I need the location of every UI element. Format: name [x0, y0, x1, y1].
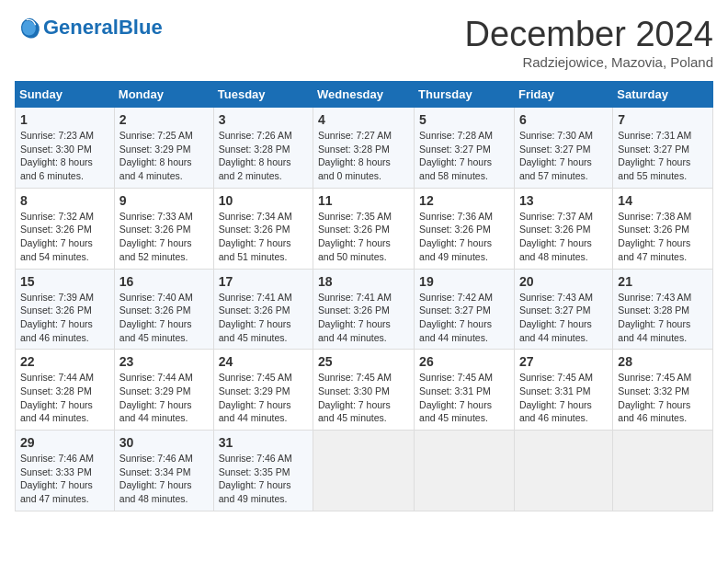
col-thursday: Thursday: [415, 82, 515, 108]
calendar-cell: 3Sunrise: 7:26 AMSunset: 3:28 PMDaylight…: [213, 108, 313, 189]
calendar-cell: 2Sunrise: 7:25 AMSunset: 3:29 PMDaylight…: [114, 108, 213, 189]
calendar-week-3: 15Sunrise: 7:39 AMSunset: 3:26 PMDayligh…: [16, 269, 713, 350]
calendar-cell: [514, 431, 612, 511]
title-block: December 2024 Radziejowice, Mazovia, Pol…: [465, 15, 713, 70]
calendar-cell: 11Sunrise: 7:35 AMSunset: 3:26 PMDayligh…: [313, 188, 415, 269]
calendar-cell: 1Sunrise: 7:23 AMSunset: 3:30 PMDaylight…: [16, 108, 115, 189]
calendar-cell: [613, 431, 713, 511]
col-tuesday: Tuesday: [213, 82, 313, 108]
calendar-cell: 31Sunrise: 7:46 AMSunset: 3:35 PMDayligh…: [213, 431, 313, 511]
calendar-cell: 5Sunrise: 7:28 AMSunset: 3:27 PMDaylight…: [415, 108, 515, 189]
col-wednesday: Wednesday: [313, 82, 415, 108]
calendar-cell: 29Sunrise: 7:46 AMSunset: 3:33 PMDayligh…: [16, 431, 115, 511]
calendar-cell: 17Sunrise: 7:41 AMSunset: 3:26 PMDayligh…: [213, 269, 313, 350]
calendar-cell: 10Sunrise: 7:34 AMSunset: 3:26 PMDayligh…: [213, 188, 313, 269]
col-friday: Friday: [514, 82, 612, 108]
header-row: Sunday Monday Tuesday Wednesday Thursday…: [16, 82, 713, 108]
calendar-cell: 19Sunrise: 7:42 AMSunset: 3:27 PMDayligh…: [415, 269, 515, 350]
calendar-cell: 9Sunrise: 7:33 AMSunset: 3:26 PMDaylight…: [114, 188, 213, 269]
calendar-cell: 8Sunrise: 7:32 AMSunset: 3:26 PMDaylight…: [16, 188, 115, 269]
calendar-table: Sunday Monday Tuesday Wednesday Thursday…: [15, 81, 713, 511]
calendar-cell: 21Sunrise: 7:43 AMSunset: 3:28 PMDayligh…: [613, 269, 713, 350]
calendar-cell: 7Sunrise: 7:31 AMSunset: 3:27 PMDaylight…: [613, 108, 713, 189]
month-title: December 2024: [465, 15, 713, 54]
calendar-cell: 16Sunrise: 7:40 AMSunset: 3:26 PMDayligh…: [114, 269, 213, 350]
logo-text: GeneralBlue: [43, 17, 163, 39]
calendar-cell: 6Sunrise: 7:30 AMSunset: 3:27 PMDaylight…: [514, 108, 612, 189]
calendar-cell: 20Sunrise: 7:43 AMSunset: 3:27 PMDayligh…: [514, 269, 612, 350]
calendar-cell: 23Sunrise: 7:44 AMSunset: 3:29 PMDayligh…: [114, 350, 213, 431]
calendar-cell: 15Sunrise: 7:39 AMSunset: 3:26 PMDayligh…: [16, 269, 115, 350]
col-sunday: Sunday: [16, 82, 115, 108]
page-header: GeneralBlue December 2024 Radziejowice, …: [15, 15, 713, 70]
calendar-cell: 22Sunrise: 7:44 AMSunset: 3:28 PMDayligh…: [16, 350, 115, 431]
calendar-week-1: 1Sunrise: 7:23 AMSunset: 3:30 PMDaylight…: [16, 108, 713, 189]
calendar-week-4: 22Sunrise: 7:44 AMSunset: 3:28 PMDayligh…: [16, 350, 713, 431]
calendar-cell: 4Sunrise: 7:27 AMSunset: 3:28 PMDaylight…: [313, 108, 415, 189]
calendar-cell: 28Sunrise: 7:45 AMSunset: 3:32 PMDayligh…: [613, 350, 713, 431]
calendar-cell: [415, 431, 515, 511]
calendar-cell: 12Sunrise: 7:36 AMSunset: 3:26 PMDayligh…: [415, 188, 515, 269]
calendar-week-5: 29Sunrise: 7:46 AMSunset: 3:33 PMDayligh…: [16, 431, 713, 511]
calendar-cell: 25Sunrise: 7:45 AMSunset: 3:30 PMDayligh…: [313, 350, 415, 431]
col-monday: Monday: [114, 82, 213, 108]
calendar-cell: 13Sunrise: 7:37 AMSunset: 3:26 PMDayligh…: [514, 188, 612, 269]
calendar-cell: 27Sunrise: 7:45 AMSunset: 3:31 PMDayligh…: [514, 350, 612, 431]
location: Radziejowice, Mazovia, Poland: [465, 54, 713, 70]
calendar-cell: 14Sunrise: 7:38 AMSunset: 3:26 PMDayligh…: [613, 188, 713, 269]
logo: GeneralBlue: [15, 15, 163, 40]
logo-icon: [17, 15, 43, 40]
calendar-cell: [313, 431, 415, 511]
calendar-cell: 26Sunrise: 7:45 AMSunset: 3:31 PMDayligh…: [415, 350, 515, 431]
calendar-cell: 18Sunrise: 7:41 AMSunset: 3:26 PMDayligh…: [313, 269, 415, 350]
calendar-week-2: 8Sunrise: 7:32 AMSunset: 3:26 PMDaylight…: [16, 188, 713, 269]
calendar-cell: 24Sunrise: 7:45 AMSunset: 3:29 PMDayligh…: [213, 350, 313, 431]
col-saturday: Saturday: [613, 82, 713, 108]
calendar-cell: 30Sunrise: 7:46 AMSunset: 3:34 PMDayligh…: [114, 431, 213, 511]
